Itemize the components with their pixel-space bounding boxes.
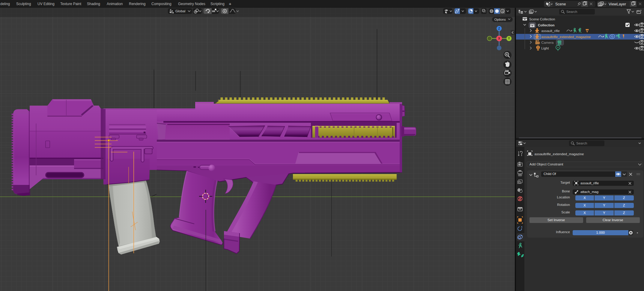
svg-text:Search: Search: [576, 141, 587, 145]
svg-text:assaultrifle_extended_magazine: assaultrifle_extended_magazine: [535, 152, 584, 156]
svg-text:Options: Options: [494, 18, 506, 21]
svg-text:assault_rifle: assault_rifle: [541, 29, 560, 33]
svg-text:Z: Z: [498, 27, 500, 30]
svg-text:ViewLayer: ViewLayer: [609, 2, 626, 6]
svg-text:Camera: Camera: [541, 41, 554, 44]
svg-text:Search: Search: [566, 10, 577, 13]
svg-text:assaultrifle_extended_magazine: assaultrifle_extended_magazine: [541, 35, 591, 39]
svg-text:Collection: Collection: [538, 23, 555, 27]
svg-text:Scene Collection: Scene Collection: [529, 17, 555, 21]
svg-text:Y: Y: [508, 37, 510, 40]
svg-text:X: X: [498, 37, 500, 40]
svg-text:Global: Global: [175, 9, 185, 13]
svg-text:Light: Light: [541, 46, 549, 50]
svg-text:Scene: Scene: [555, 2, 566, 6]
